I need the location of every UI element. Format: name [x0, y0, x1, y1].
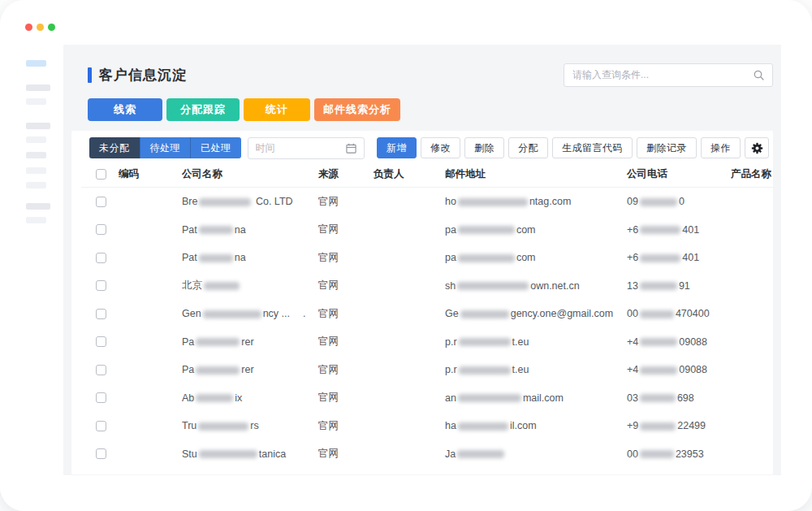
- cell-email: hontag.com: [437, 196, 619, 207]
- page-title-wrap: 客户信息沉淀: [88, 66, 187, 84]
- cell-phone: +6401: [619, 224, 723, 236]
- toolbar-actions: 新增修改删除分配生成留言代码删除记录操作: [377, 137, 769, 158]
- blurred-text-segment: [640, 198, 677, 206]
- row-checkbox-cell: [81, 224, 110, 235]
- cell-text: +4: [627, 336, 638, 348]
- cell-company-name: Bre Co. LTD: [174, 196, 310, 207]
- blurred-text-segment: [640, 366, 677, 375]
- search-box[interactable]: [564, 63, 773, 87]
- cell-text: Pa: [182, 336, 194, 348]
- cell-text: Gen: [182, 308, 201, 319]
- column-header-公司电话: 公司电话: [619, 167, 723, 181]
- table-row: Bre Co. LTD官网hontag.com090: [81, 188, 773, 216]
- cell-text: 09: [627, 196, 638, 207]
- action-button-修改[interactable]: 修改: [421, 137, 460, 158]
- sidebar-skeleton-bar: [26, 98, 46, 105]
- cell-text: 0: [679, 196, 685, 207]
- row-checkbox[interactable]: [96, 448, 106, 459]
- page-title: 客户信息沉淀: [99, 66, 187, 84]
- main-panel: 客户信息沉淀 线索分配跟踪统计邮件线索分析 未分配待处理已处: [63, 45, 781, 475]
- blurred-text-segment: [199, 198, 251, 206]
- blurred-text-segment: [640, 282, 677, 290]
- cell-text: 09088: [679, 336, 707, 348]
- blurred-text-segment: [640, 422, 676, 431]
- cell-text: 91: [679, 280, 690, 292]
- select-all-checkbox[interactable]: [96, 169, 106, 180]
- table-row: Abix官网anmail.com03698: [81, 384, 773, 413]
- date-filter-input[interactable]: 时间: [248, 137, 365, 159]
- row-checkbox[interactable]: [96, 365, 106, 375]
- row-checkbox[interactable]: [96, 309, 106, 319]
- row-checkbox[interactable]: [96, 336, 106, 347]
- nav-button-线索[interactable]: 线索: [88, 98, 162, 121]
- settings-gear-icon[interactable]: [745, 137, 769, 158]
- row-checkbox-cell: [81, 336, 110, 347]
- filter-tab-已处理[interactable]: 已处理: [190, 137, 241, 158]
- cell-email: Gegency.one@gmail.com: [437, 308, 619, 319]
- table-row: Parer官网p.rt.eu+409088: [81, 328, 773, 357]
- action-button-删除[interactable]: 删除: [464, 137, 504, 158]
- filter-tab-待处理[interactable]: 待处理: [140, 137, 191, 158]
- cell-text: an: [445, 392, 456, 404]
- nav-button-分配跟踪[interactable]: 分配跟踪: [166, 98, 240, 121]
- cell-text: Bre: [182, 196, 197, 207]
- sidebar-skeleton-bar: [26, 152, 46, 158]
- nav-button-邮件线索分析[interactable]: 邮件线索分析: [314, 98, 400, 121]
- sidebar-skeleton-bar: [26, 60, 46, 67]
- nav-button-统计[interactable]: 统计: [244, 98, 310, 121]
- cell-source: 官网: [310, 223, 365, 236]
- search-input[interactable]: [564, 69, 754, 80]
- cell-text: 09088: [679, 364, 707, 375]
- row-checkbox[interactable]: [96, 421, 106, 431]
- cell-source: 官网: [310, 447, 365, 461]
- cell-text: il.com: [510, 420, 537, 431]
- action-button-新增[interactable]: 新增: [377, 137, 417, 158]
- cell-phone: +409088: [619, 336, 723, 348]
- blurred-text-segment: [458, 226, 515, 234]
- header-checkbox-cell: [81, 169, 110, 180]
- action-button-分配[interactable]: 分配: [508, 137, 548, 158]
- blurred-text-segment: [640, 450, 674, 458]
- cell-email: hail.com: [437, 420, 619, 431]
- close-window-dot[interactable]: [25, 24, 32, 31]
- blurred-text-segment: [459, 338, 511, 346]
- row-checkbox-cell: [81, 197, 110, 207]
- action-button-生成留言代码[interactable]: 生成留言代码: [552, 137, 633, 158]
- cell-text: rer: [241, 364, 253, 375]
- cell-text: Co. LTD: [253, 196, 292, 207]
- row-checkbox[interactable]: [96, 197, 106, 207]
- cell-text: 401: [682, 224, 699, 236]
- sidebar-skeleton-bar: [26, 123, 50, 129]
- blurred-text-segment: [457, 450, 504, 458]
- cell-source: 官网: [310, 419, 365, 433]
- action-button-操作[interactable]: 操作: [701, 137, 741, 158]
- row-checkbox[interactable]: [96, 280, 106, 291]
- cell-text: com: [516, 224, 536, 236]
- blurred-text-segment: [199, 450, 257, 458]
- row-checkbox[interactable]: [96, 224, 106, 235]
- app-window: 客户信息沉淀 线索分配跟踪统计邮件线索分析 未分配待处理已处: [0, 0, 812, 511]
- title-accent-bar: [88, 67, 92, 83]
- cell-company-name: 北京: [174, 279, 310, 292]
- cell-text: ntag.com: [529, 196, 571, 207]
- sidebar-skeleton-bar: [26, 203, 50, 210]
- search-icon[interactable]: [754, 70, 764, 80]
- cell-phone: +6401: [619, 252, 723, 263]
- filter-tab-未分配[interactable]: 未分配: [89, 137, 140, 158]
- cell-company-name: Patna: [174, 252, 310, 263]
- action-button-删除记录[interactable]: 删除记录: [637, 137, 697, 158]
- row-checkbox[interactable]: [96, 253, 106, 263]
- row-checkbox-cell: [81, 309, 110, 319]
- cell-text: Stu: [182, 448, 197, 460]
- minimize-window-dot[interactable]: [37, 24, 44, 31]
- table-row: Parer官网p.rt.eu+409088: [81, 356, 773, 384]
- cell-email: shown.net.cn: [437, 280, 619, 292]
- cell-phone: +922499: [619, 420, 723, 431]
- row-checkbox[interactable]: [96, 392, 106, 403]
- table-row: Genncy ....官网Gegency.one@gmail.com004704…: [81, 300, 773, 328]
- cell-text: 23953: [676, 448, 704, 460]
- row-checkbox-cell: [81, 421, 110, 431]
- column-header-公司名称: 公司名称: [174, 167, 310, 181]
- row-checkbox-cell: [81, 392, 110, 403]
- maximize-window-dot[interactable]: [48, 24, 55, 31]
